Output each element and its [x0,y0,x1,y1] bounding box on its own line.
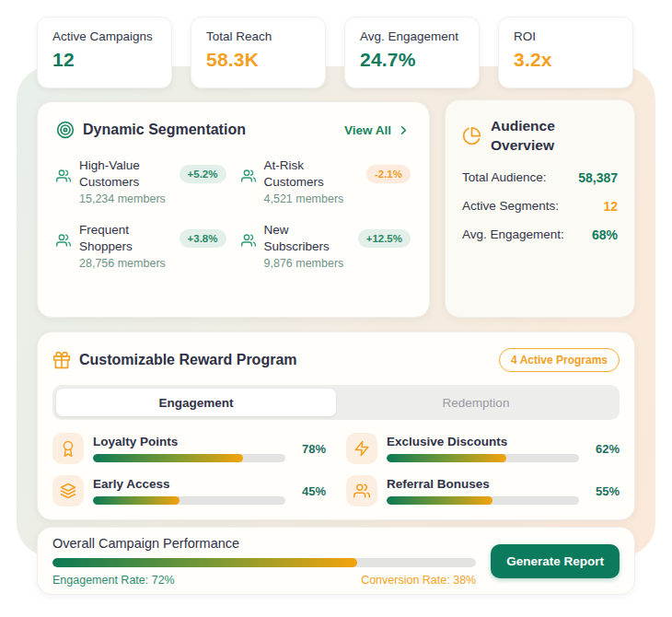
segment-change-badge: -2.1% [366,165,411,183]
audience-row-total: Total Audience: 58,387 [462,170,618,185]
stat-card-total-reach: Total Reach 58.3K [191,17,326,88]
segment-members: 9,876 members [264,257,411,270]
segment-new-subscribers: New Subscribers +12.5% 9,876 members [241,222,411,270]
gift-icon [52,351,71,369]
users-icon [241,169,256,183]
stat-value: 3.2x [514,49,618,71]
stat-value: 58.3K [206,49,310,71]
reward-item-loyalty-points: Loyalty Points 78% [52,433,326,464]
audience-row-value: 68% [592,227,618,242]
award-icon [52,433,84,464]
progress-fill [387,496,492,505]
audience-row-label: Avg. Engagement: [462,227,564,241]
stat-value: 24.7% [360,49,464,71]
zap-icon [346,433,377,464]
segment-name: New Subscribers [264,222,356,254]
campaign-performance-card: Overall Campaign Performance Engagement … [37,527,635,595]
stat-label: Active Campaigns [52,29,156,43]
reward-item-referral-bonuses: Referral Bonuses 55% [346,475,620,506]
reward-name: Early Access [93,477,285,491]
performance-title: Overall Campaign Performance [52,536,476,551]
users-icon [346,475,377,506]
target-icon [56,121,75,139]
stat-value: 12 [52,49,156,71]
stat-label: ROI [514,29,618,43]
view-all-link[interactable]: View All [344,123,411,137]
stat-card-avg-engagement: Avg. Engagement 24.7% [344,17,480,88]
audience-row-value: 58,387 [578,170,618,185]
reward-percent: 78% [295,442,326,456]
dashboard: Active Campaigns 12 Total Reach 58.3K Av… [0,0,672,617]
segment-name: At-Risk Customers [264,157,356,190]
segment-frequent-shoppers: Frequent Shoppers +3.8% 28,756 members [56,222,226,270]
reward-tab-bar: Engagement Redemption [52,385,620,420]
segment-members: 28,756 members [79,257,226,270]
reward-header: Customizable Reward Program 4 Active Pro… [52,348,620,372]
reward-grid: Loyalty Points 78% Exclusive Discounts [52,433,620,506]
audience-row-engagement: Avg. Engagement: 68% [462,227,618,242]
segment-high-value-customers: High-Value Customers +5.2% 15,234 member… [56,157,226,205]
users-icon [56,169,71,183]
reward-percent: 55% [588,484,620,498]
segment-change-badge: +12.5% [358,229,411,248]
performance-progress-track [52,558,476,567]
stats-row: Active Campaigns 12 Total Reach 58.3K Av… [37,17,633,88]
segment-change-badge: +3.8% [180,229,226,248]
segmentation-header: Dynamic Segmentation View All [56,121,411,139]
reward-name: Referral Bonuses [387,477,579,491]
dynamic-segmentation-card: Dynamic Segmentation View All [37,101,430,318]
segment-members: 15,234 members [79,192,226,205]
reward-item-exclusive-discounts: Exclusive Discounts 62% [346,433,620,464]
reward-percent: 62% [588,442,620,456]
users-icon [56,233,71,248]
segment-at-risk-customers: At-Risk Customers -2.1% 4,521 members [241,157,411,205]
stat-label: Avg. Engagement [360,29,464,43]
progress-track [93,454,285,462]
segments-grid: High-Value Customers +5.2% 15,234 member… [56,157,411,270]
segment-name: High-Value Customers [79,157,171,190]
stat-card-active-campaigns: Active Campaigns 12 [37,17,172,88]
reward-percent: 45% [295,484,326,498]
audience-row-segments: Active Segments: 12 [462,199,618,214]
segment-members: 4,521 members [264,192,411,205]
tab-redemption[interactable]: Redemption [336,389,616,416]
segmentation-title: Dynamic Segmentation [83,122,246,138]
reward-program-card: Customizable Reward Program 4 Active Pro… [37,332,635,520]
stat-label: Total Reach [206,29,310,43]
engagement-rate-label: Engagement Rate: 72% [52,574,175,587]
performance-progress-fill [52,558,357,567]
reward-title: Customizable Reward Program [79,352,297,368]
progress-track [387,454,579,462]
layers-icon [52,475,84,506]
audience-row-label: Total Audience: [462,170,547,184]
segment-name: Frequent Shoppers [79,222,171,254]
audience-row-label: Active Segments: [462,199,559,213]
pie-chart-icon [462,126,481,146]
progress-fill [93,496,180,505]
progress-fill [387,454,506,462]
audience-header: Audience Overview [462,117,618,156]
audience-overview-card: Audience Overview Total Audience: 58,387… [445,99,635,318]
reward-name: Loyalty Points [93,435,285,448]
progress-fill [93,454,243,462]
users-icon [241,233,256,248]
reward-item-early-access: Early Access 45% [52,475,326,506]
reward-name: Exclusive Discounts [387,435,579,448]
audience-row-value: 12 [603,199,618,214]
segment-change-badge: +5.2% [180,165,226,183]
audience-title: Audience Overview [491,117,564,156]
active-programs-badge: 4 Active Programs [499,348,620,372]
view-all-label: View All [344,123,391,137]
chevron-right-icon [397,123,411,137]
progress-track [93,496,285,505]
generate-report-button[interactable]: Generate Report [491,544,620,578]
stat-card-roi: ROI 3.2x [498,17,633,88]
tab-engagement[interactable]: Engagement [56,389,336,416]
progress-track [387,496,579,505]
conversion-rate-label: Conversion Rate: 38% [361,574,476,587]
